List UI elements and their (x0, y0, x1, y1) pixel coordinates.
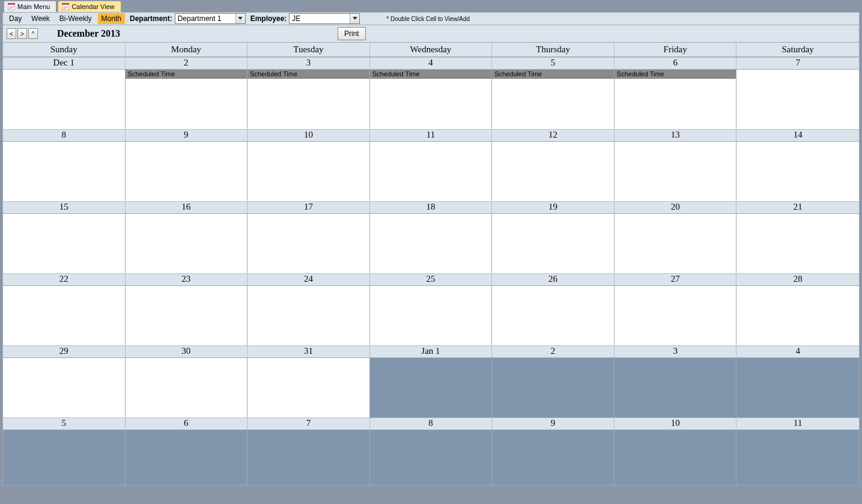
calendar-cell[interactable]: Scheduled Time (492, 69, 615, 129)
prev-month-button[interactable]: < (7, 28, 16, 39)
tab-calendar-view[interactable]: Calendar View (58, 1, 121, 12)
date-number: 8 (3, 129, 126, 141)
day-header: Tuesday (247, 43, 370, 56)
date-number: Jan 1 (370, 345, 493, 357)
date-number: 7 (247, 417, 370, 430)
week-row (3, 141, 859, 201)
calendar-cell[interactable] (615, 141, 737, 201)
calendar-cell[interactable] (247, 285, 370, 345)
date-number: 24 (247, 273, 370, 285)
view-week[interactable]: Week (28, 13, 53, 24)
calendar-cell[interactable] (736, 357, 859, 417)
calendar-cell[interactable] (370, 213, 493, 273)
calendar-cell[interactable] (3, 141, 126, 201)
date-number: 6 (126, 417, 248, 430)
svg-rect-3 (9, 7, 14, 8)
calendar-cell[interactable]: Scheduled Time (370, 69, 493, 129)
calendar-cell[interactable] (126, 141, 248, 201)
view-day[interactable]: Day (5, 13, 25, 24)
date-number: 20 (615, 201, 737, 213)
calendar-cell[interactable] (615, 285, 737, 345)
day-header: Sunday (3, 43, 126, 56)
date-number: 21 (736, 201, 859, 213)
form-icon (8, 3, 15, 10)
calendar-cell[interactable] (492, 213, 615, 273)
day-header: Thursday (492, 43, 615, 56)
calendar-cell[interactable] (370, 357, 493, 417)
calendar-cell[interactable] (247, 141, 370, 201)
calendar-cell[interactable] (370, 141, 493, 201)
calendar-cell[interactable]: Scheduled Time (126, 69, 248, 129)
calendar-cell[interactable] (3, 213, 126, 273)
scheduled-event[interactable]: Scheduled Time (247, 70, 369, 79)
employee-label: Employee: (250, 14, 287, 23)
date-number: 8 (370, 417, 493, 430)
calendar-cell[interactable] (126, 430, 248, 485)
tab-main-menu[interactable]: Main Menu (4, 1, 56, 12)
department-dropdown[interactable]: Department 1 (175, 13, 246, 24)
calendar-cell[interactable] (736, 69, 859, 129)
department-value: Department 1 (175, 14, 235, 23)
calendar-cell[interactable] (615, 213, 737, 273)
calendar-cell[interactable] (615, 430, 737, 485)
calendar-cell[interactable] (370, 430, 493, 485)
calendar-cell[interactable] (247, 357, 370, 417)
chevron-down-icon[interactable] (350, 14, 359, 23)
date-number: 25 (370, 273, 493, 285)
svg-rect-8 (63, 7, 68, 8)
scheduled-event[interactable]: Scheduled Time (126, 70, 247, 79)
calendar-cell[interactable] (736, 213, 859, 273)
scheduled-event[interactable]: Scheduled Time (370, 70, 492, 79)
calendar-cell[interactable] (492, 141, 615, 201)
svg-rect-4 (9, 8, 12, 9)
calendar-cell[interactable]: Scheduled Time (247, 69, 370, 129)
calendar-cell[interactable] (736, 430, 859, 485)
calendar-cell[interactable] (3, 69, 126, 129)
calendar-cell[interactable] (370, 285, 493, 345)
today-button[interactable]: ^ (28, 28, 38, 39)
day-header: Monday (126, 43, 248, 56)
calendar-cell[interactable] (247, 430, 370, 485)
calendar-cell[interactable] (3, 430, 126, 485)
svg-rect-1 (8, 3, 15, 5)
calendar-cell[interactable] (492, 285, 615, 345)
calendar-cell[interactable] (736, 285, 859, 345)
calendar-cell[interactable] (3, 357, 126, 417)
date-strip: 15161718192021 (3, 201, 859, 213)
form-icon (62, 3, 69, 10)
calendar-cell[interactable] (736, 141, 859, 201)
calendar-cell[interactable] (492, 430, 615, 485)
calendar-cell[interactable] (247, 213, 370, 273)
print-button[interactable]: Print (338, 27, 366, 40)
view-biweekly[interactable]: Bi-Weekly (56, 13, 96, 24)
scheduled-event[interactable]: Scheduled Time (492, 70, 614, 79)
svg-rect-7 (63, 6, 68, 7)
day-header: Friday (615, 43, 737, 56)
calendar-cell[interactable] (492, 357, 615, 417)
chevron-down-icon[interactable] (235, 14, 245, 23)
employee-dropdown[interactable]: JE (289, 13, 360, 24)
date-number: 23 (126, 273, 248, 285)
date-number: 15 (3, 201, 126, 213)
nav-row: < > ^ December 2013 Print (2, 25, 860, 42)
date-strip: 567891011 (3, 417, 859, 430)
view-month[interactable]: Month (98, 13, 125, 24)
date-number: Dec 1 (3, 57, 126, 69)
date-number: 12 (492, 129, 615, 141)
calendar-cell[interactable] (126, 213, 248, 273)
date-number: 27 (615, 273, 737, 285)
calendar-cell[interactable] (126, 285, 248, 345)
date-number: 9 (126, 129, 248, 141)
svg-rect-9 (63, 8, 66, 9)
next-month-button[interactable]: > (17, 28, 27, 39)
date-strip: 293031Jan 1234 (3, 345, 859, 357)
calendar-cell[interactable] (126, 357, 248, 417)
calendar-cell[interactable] (615, 357, 737, 417)
date-number: 5 (3, 417, 126, 430)
calendar-cell[interactable] (3, 285, 126, 345)
date-number: 7 (736, 57, 859, 69)
date-number: 28 (736, 273, 859, 285)
date-number: 16 (126, 201, 248, 213)
scheduled-event[interactable]: Scheduled Time (615, 70, 736, 79)
calendar-cell[interactable]: Scheduled Time (615, 69, 737, 129)
